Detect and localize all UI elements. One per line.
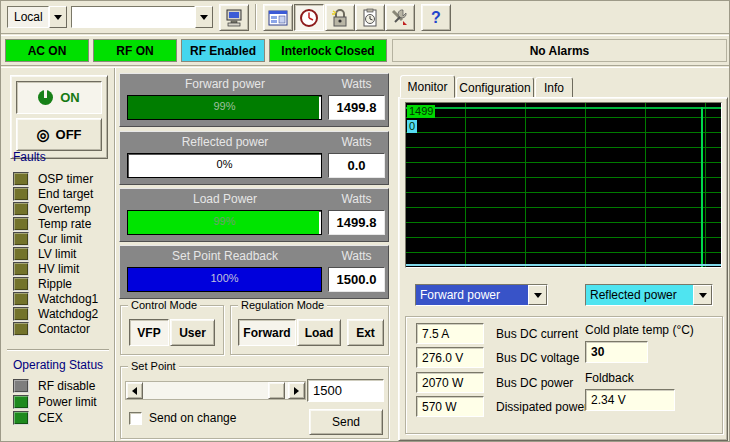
fault-row: LV limit bbox=[13, 246, 76, 261]
vfp-button-label: VFP bbox=[137, 326, 160, 340]
operating-label: CEX bbox=[38, 411, 63, 425]
ext-button-label: Ext bbox=[356, 326, 375, 340]
trace1-source-value: Forward power bbox=[416, 285, 528, 305]
help-icon: ? bbox=[431, 9, 441, 27]
tab-monitor[interactable]: Monitor bbox=[400, 75, 455, 98]
fault-row: HV limit bbox=[13, 261, 79, 276]
tab-info[interactable]: Info bbox=[535, 77, 573, 98]
lock-button[interactable] bbox=[325, 4, 355, 31]
host-combo[interactable] bbox=[71, 6, 213, 28]
fault-label: Temp rate bbox=[38, 217, 91, 231]
setpoint-input[interactable] bbox=[307, 379, 384, 402]
load-button[interactable]: Load bbox=[297, 319, 341, 346]
chevron-down-icon bbox=[699, 293, 707, 298]
scroll-right-button[interactable] bbox=[288, 382, 305, 399]
fault-led bbox=[13, 262, 29, 276]
cold-plate-temp-label: Cold plate temp (°C) bbox=[585, 323, 694, 337]
chevron-down-icon bbox=[200, 15, 208, 20]
chart-cursor bbox=[701, 107, 703, 267]
tools-button[interactable] bbox=[385, 4, 415, 31]
app-window: Local bbox=[0, 0, 730, 442]
load-button-label: Load bbox=[305, 326, 334, 340]
operating-led bbox=[13, 411, 29, 425]
trace2-combo-arrow[interactable] bbox=[693, 285, 712, 305]
setpoint-scrollbar[interactable] bbox=[125, 381, 306, 400]
send-on-change-label: Send on change bbox=[149, 411, 236, 425]
operating-row: RF disable bbox=[13, 378, 95, 393]
fault-label: LV limit bbox=[38, 247, 76, 261]
status-ac: AC ON bbox=[5, 39, 89, 62]
mode-combo-arrow[interactable] bbox=[49, 6, 67, 28]
send-button[interactable]: Send bbox=[309, 409, 383, 435]
forward-power-meter: Forward power Watts 99% 1499.8 bbox=[119, 73, 389, 127]
scroll-left-button[interactable] bbox=[126, 382, 143, 399]
meter-value: 1499.8 bbox=[328, 210, 385, 235]
tab-monitor-label: Monitor bbox=[407, 80, 447, 94]
scrollbar-thumb[interactable] bbox=[268, 382, 285, 399]
arrow-right-icon bbox=[294, 387, 299, 395]
off-button[interactable]: ◎ OFF bbox=[16, 118, 102, 151]
clock-icon bbox=[299, 8, 319, 28]
dissipated-power-label: Dissipated power bbox=[496, 400, 588, 414]
power-on-icon bbox=[38, 90, 53, 105]
toolbar-rule bbox=[1, 33, 730, 36]
power-off-icon: ◎ bbox=[36, 127, 49, 142]
set-point-group: Set Point Send on change Send bbox=[120, 366, 389, 439]
tab-info-label: Info bbox=[544, 81, 564, 95]
fault-led bbox=[13, 217, 29, 231]
regulation-mode-title: Regulation Mode bbox=[238, 299, 327, 311]
host-combo-arrow[interactable] bbox=[195, 6, 213, 28]
left-divider bbox=[114, 68, 116, 442]
fault-row: Watchdog2 bbox=[13, 306, 98, 321]
fault-row: Ripple bbox=[13, 276, 72, 291]
mode-combo-value: Local bbox=[7, 6, 49, 28]
ext-button[interactable]: Ext bbox=[347, 319, 384, 346]
trace1-value-label: 1499 bbox=[407, 105, 435, 118]
status-rf-label: RF ON bbox=[116, 44, 153, 58]
schedule-button[interactable] bbox=[355, 4, 385, 31]
fault-label: Cur limit bbox=[38, 232, 82, 246]
meter-bar: 100% bbox=[127, 267, 322, 292]
trace2-value-label: 0 bbox=[407, 120, 417, 133]
send-button-label: Send bbox=[332, 415, 360, 429]
fault-row: Contactor bbox=[13, 321, 90, 336]
help-button[interactable]: ? bbox=[421, 4, 451, 31]
fault-label: Watchdog1 bbox=[38, 292, 98, 306]
send-on-change-checkbox[interactable] bbox=[129, 412, 142, 425]
panel-view-button[interactable] bbox=[263, 4, 293, 31]
meter-unit: Watts bbox=[328, 249, 385, 263]
fault-led bbox=[13, 292, 29, 306]
operating-led bbox=[13, 395, 29, 409]
status-alarms-label: No Alarms bbox=[530, 44, 590, 58]
meter-percent: 99% bbox=[128, 215, 321, 227]
forward-power-trace bbox=[406, 107, 721, 109]
user-button[interactable]: User bbox=[170, 319, 215, 346]
reflected-power-trace bbox=[406, 264, 721, 266]
on-button-label: ON bbox=[60, 90, 80, 105]
mode-combo[interactable]: Local bbox=[7, 6, 67, 28]
forward-button[interactable]: Forward bbox=[238, 319, 296, 346]
fault-label: End target bbox=[38, 187, 93, 201]
monitor-tab-page: 1499 0 Forward power Reflected power 7.5… bbox=[398, 97, 728, 441]
vfp-button[interactable]: VFP bbox=[129, 319, 169, 346]
arrow-left-icon bbox=[132, 387, 137, 395]
meter-title: Reflected power bbox=[128, 135, 322, 149]
tools-icon bbox=[390, 8, 410, 28]
trace2-source-combo[interactable]: Reflected power bbox=[585, 284, 713, 306]
set-point-title: Set Point bbox=[128, 360, 179, 372]
cold-plate-temp-value: 30 bbox=[585, 341, 648, 363]
trace1-combo-arrow[interactable] bbox=[528, 285, 547, 305]
status-alarms: No Alarms bbox=[392, 39, 727, 62]
computer-icon bbox=[224, 8, 244, 28]
fault-led bbox=[13, 232, 29, 246]
trace1-source-combo[interactable]: Forward power bbox=[415, 284, 548, 306]
toolbar: Local bbox=[1, 1, 730, 33]
fault-led bbox=[13, 187, 29, 201]
panel-icon bbox=[268, 9, 288, 27]
meter-bar: 99% bbox=[127, 210, 322, 235]
connect-button[interactable] bbox=[219, 4, 249, 31]
tab-configuration[interactable]: Configuration bbox=[456, 77, 534, 98]
monitor-clock-button[interactable] bbox=[294, 4, 324, 31]
on-button[interactable]: ON bbox=[16, 81, 102, 114]
fault-led bbox=[13, 172, 29, 186]
